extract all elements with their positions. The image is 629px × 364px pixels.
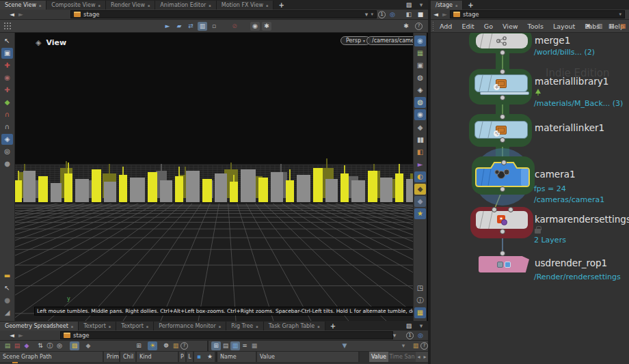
select-tool-icon[interactable]: ↖ <box>1 36 13 46</box>
usdrender-input-connector[interactable] <box>500 251 505 256</box>
tab-task-graph-table-5[interactable]: Task Graph Table▪ <box>264 322 325 331</box>
time-samples-tab[interactable]: Time San <box>388 352 416 362</box>
grab-tool-icon[interactable]: ● <box>1 158 13 169</box>
no-snap-icon[interactable]: ⊘ <box>230 22 239 31</box>
materiallinker-input-connector[interactable] <box>500 114 505 120</box>
node-karmarendersettings[interactable]: ✶ <box>476 211 528 229</box>
tab-close-icon[interactable]: ▪ <box>146 324 148 328</box>
tabstrip-caret-icon[interactable]: ▾ <box>416 322 426 331</box>
tree-mode-icon[interactable]: ⊞ <box>211 341 221 350</box>
info-circle-icon[interactable]: ⓘ <box>45 341 55 350</box>
camera-dropdown[interactable]: /cameras/camera1▾ <box>366 36 413 45</box>
network-editor-path-field[interactable]: stage ▾ <box>450 10 625 18</box>
column-l[interactable]: L <box>187 352 194 362</box>
column-chil[interactable]: Chil <box>120 352 137 362</box>
column-scene-graph-path[interactable]: Scene Graph Path <box>0 352 104 362</box>
new-tab-button[interactable]: + <box>463 1 478 10</box>
menu-add[interactable]: Add <box>435 23 457 30</box>
menu-go[interactable]: Go <box>479 23 498 30</box>
forward-arrow-icon[interactable]: ► <box>18 11 23 18</box>
network-editor[interactable]: Indie Edition merge1 /world/bills... (2)… <box>431 33 629 364</box>
snap-multi-icon[interactable]: ∩ <box>1 122 13 132</box>
forward-arrow-icon[interactable]: ► <box>442 11 447 18</box>
column-p[interactable]: P <box>179 352 187 362</box>
menu-view[interactable]: View <box>498 23 523 30</box>
translate-tool-icon[interactable]: ✚ <box>1 60 13 71</box>
column-kind[interactable]: Kind <box>137 352 179 362</box>
high-quality-light-icon[interactable]: ◍ <box>414 97 426 108</box>
menu-tools[interactable]: Tools <box>523 23 548 30</box>
star-display-icon[interactable]: ★ <box>414 208 426 219</box>
delete-filter-icon[interactable]: ▤ <box>12 341 22 350</box>
stats-icon[interactable]: ▥ <box>595 22 604 31</box>
path-caret-icon[interactable]: ▾ <box>619 12 621 17</box>
layout-mode-icon[interactable]: ▥ <box>198 22 207 31</box>
column-prim[interactable]: Prim <box>104 352 120 362</box>
next-sample-icon[interactable]: ▸ <box>422 352 428 362</box>
drag-mode-icon[interactable]: ⇄ <box>186 22 196 31</box>
snapshot-bag-icon[interactable]: ▥ <box>171 341 180 350</box>
tab-close-icon[interactable]: ▪ <box>39 3 41 8</box>
clipped-color-icon[interactable]: ▦ <box>618 22 628 31</box>
tab-close-icon[interactable]: ▪ <box>266 3 268 8</box>
tab-textport-2[interactable]: Textport▪ <box>116 322 154 331</box>
help-circle-icon[interactable]: ? <box>420 342 428 350</box>
viewport-canvas[interactable]: ◈ View Persp▾ /cameras/camera1▾ y Left m… <box>15 33 413 321</box>
link-badge[interactable]: 1 <box>378 11 386 18</box>
cursor-info-icon[interactable]: ↖ <box>1 283 13 294</box>
floating-panel-icon[interactable]: ■ <box>416 10 425 19</box>
spreadsheet-path-field[interactable]: stage <box>60 331 393 339</box>
tab-close-icon[interactable]: ▪ <box>209 3 211 8</box>
gear-icon[interactable]: ✱ <box>401 22 411 31</box>
tab-close-icon[interactable]: ▪ <box>317 324 319 328</box>
node-label-usdrender-rop1[interactable]: usdrender_rop1 <box>535 257 607 268</box>
snap-magnet-icon[interactable]: ∩ <box>1 109 13 120</box>
headlight-icon[interactable]: ◍ <box>414 72 426 83</box>
karma-input-connector-2[interactable] <box>508 207 513 212</box>
help-circle-icon[interactable]: ? <box>180 342 188 350</box>
sliders-icon[interactable]: ⇅ <box>36 341 45 350</box>
tools-wrench-icon[interactable]: ✖ <box>583 22 593 31</box>
node-label-camera1[interactable]: camera1 <box>535 169 576 180</box>
tree-view-icon[interactable]: ⊞ <box>134 341 144 350</box>
tab--stage-0[interactable]: /stage▪ <box>431 1 463 10</box>
tab-performance-monitor-3[interactable]: Performance Monitor▪ <box>154 322 226 331</box>
materiallibrary-input-connector[interactable] <box>500 69 505 74</box>
materiallibrary-output-connector[interactable] <box>500 95 505 100</box>
table-mode-icon[interactable]: ▤ <box>221 341 230 350</box>
render-region-icon[interactable]: ◉ <box>250 22 260 31</box>
grid-overlay-icon[interactable]: ▦ <box>414 307 426 318</box>
tab-close-icon[interactable]: ▪ <box>256 324 258 328</box>
dark-shade-icon[interactable]: ◆ <box>414 196 426 207</box>
box-select-icon[interactable]: ▫ <box>209 22 219 31</box>
viewport[interactable]: ↖▣✚◉✚◆∩∩◈◎● ▬↖●◢ ◈ View Persp▾ /cameras/… <box>0 33 428 321</box>
materiallinker-output-connector[interactable] <box>500 137 505 143</box>
settings-gear-icon[interactable]: ☸ <box>161 341 171 350</box>
pause-icon[interactable]: ▮▮ <box>414 135 426 145</box>
merge-output-connector[interactable] <box>500 50 505 55</box>
scene-photo-icon[interactable]: ▦ <box>414 48 426 59</box>
back-arrow-icon[interactable]: ◄ <box>433 11 438 18</box>
star-column-icon[interactable]: ★ <box>205 352 215 361</box>
value-tab[interactable]: Value <box>369 352 388 362</box>
node-label-karmarendersettings[interactable]: karmarendersettings <box>535 214 629 225</box>
tab-composite-view-1[interactable]: Composite View▪ <box>46 1 106 10</box>
inspect-icon[interactable]: ◎ <box>55 341 64 350</box>
menu-layout[interactable]: Layout <box>548 23 580 30</box>
help-icon[interactable]: ? <box>415 23 423 30</box>
tab-close-icon[interactable]: ▪ <box>71 324 73 328</box>
view-snapshot-icon[interactable]: ◉ <box>414 36 426 46</box>
edit-link-icon[interactable]: ▨ <box>70 341 79 350</box>
camera-input-connector[interactable] <box>501 160 507 165</box>
rotate-tool-icon[interactable]: ◉ <box>1 72 13 83</box>
prev-sample-icon[interactable]: ◂ <box>416 352 422 362</box>
sun-icon[interactable]: ☀ <box>148 341 157 350</box>
menubar-drag-handle-icon[interactable] <box>432 21 433 31</box>
snapping-options-icon[interactable]: ◆ <box>414 184 426 195</box>
columns-mode-icon[interactable]: ▥ <box>230 341 240 350</box>
new-tab-button[interactable]: + <box>273 1 289 10</box>
tab-close-icon[interactable]: ▪ <box>109 324 111 328</box>
tab-close-icon[interactable]: ▪ <box>148 3 150 8</box>
dropdown-caret-icon[interactable]: ▾ <box>399 341 408 350</box>
compact-mode-icon[interactable]: ▦ <box>250 341 259 350</box>
